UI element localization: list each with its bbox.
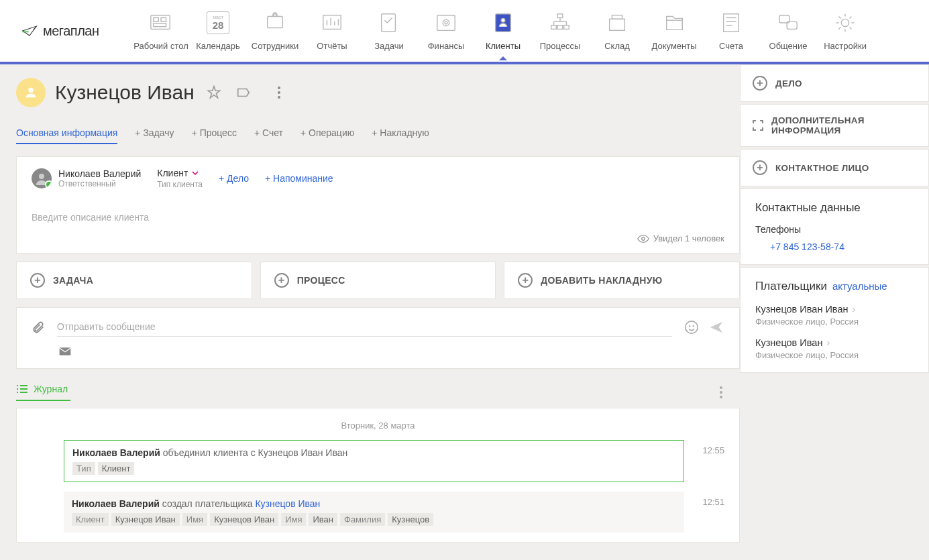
nav-icon [832, 11, 858, 34]
payers-filter[interactable]: актуальные [832, 280, 887, 292]
nav-клиенты[interactable]: Клиенты [475, 4, 532, 58]
journal-tab[interactable]: Журнал [16, 384, 70, 401]
svg-point-46 [720, 391, 722, 394]
log-bubble[interactable]: Николаев Валерий создал плательщика Кузн… [64, 492, 684, 533]
payers-heading: Плательщики [755, 280, 827, 293]
responsible-role: Ответственный [58, 179, 141, 188]
log-tag: Кузнецов [388, 513, 433, 526]
attach-icon[interactable] [32, 320, 45, 335]
tab-основная-информация[interactable]: Основная информация [16, 127, 117, 144]
svg-rect-18 [551, 25, 557, 30]
svg-rect-26 [612, 15, 622, 19]
nav-процессы[interactable]: Процессы [532, 4, 589, 58]
payer-item[interactable]: Кузнецов Иван ›Физическое лицо, Россия [755, 337, 914, 360]
nav-label: Финансы [428, 41, 465, 51]
svg-point-42 [689, 325, 690, 326]
nav-задачи[interactable]: Задачи [361, 4, 418, 58]
log-tag: Тип [72, 462, 95, 475]
nav-отчёты[interactable]: Отчёты [304, 4, 361, 58]
nav-icon [661, 11, 687, 34]
side-extra-info[interactable]: ДОПОЛНИТЕЛЬНАЯ ИНФОРМАЦИЯ [740, 104, 929, 147]
plus-icon: + [30, 273, 45, 288]
send-icon[interactable] [708, 320, 724, 335]
add-invoice-button[interactable]: +ДОБАВИТЬ НАКЛАДНУЮ [504, 262, 740, 299]
svg-rect-25 [610, 19, 625, 30]
svg-rect-15 [496, 14, 511, 32]
eye-icon [637, 235, 649, 243]
responsible-block[interactable]: Николаев Валерий Ответственный [32, 168, 141, 188]
svg-rect-2 [161, 17, 166, 21]
contact-data-section: Контактные данные Телефоны +7 845 123-58… [740, 188, 929, 265]
message-composer [16, 307, 740, 369]
tab--накладную[interactable]: + Накладную [372, 127, 429, 144]
nav-icon: март28 [205, 11, 231, 34]
nav-счета[interactable]: Счета [703, 4, 760, 58]
payer-meta: Физическое лицо, Россия [755, 350, 914, 360]
nav-icon [262, 11, 288, 34]
nav-общение[interactable]: Общение [760, 4, 817, 58]
nav-склад[interactable]: Склад [589, 4, 646, 58]
svg-point-43 [693, 325, 694, 326]
add-task-button[interactable]: +ЗАДАЧА [16, 262, 252, 299]
tabs-bar: Основная информация+ Задачу+ Процесс+ Сч… [16, 127, 740, 144]
add-reminder-link[interactable]: + Напоминание [265, 173, 333, 184]
svg-rect-20 [564, 25, 569, 30]
sidebar: +ДЕЛО ДОПОЛНИТЕЛЬНАЯ ИНФОРМАЦИЯ +КОНТАКТ… [740, 64, 929, 543]
svg-point-36 [278, 87, 280, 89]
add-deal-link[interactable]: + Дело [219, 173, 249, 184]
nav-финансы[interactable]: Финансы [418, 4, 475, 58]
nav-label: Общение [769, 41, 808, 51]
nav-label: Отчёты [317, 41, 347, 51]
phone-link[interactable]: +7 845 123-58-74 [755, 241, 914, 252]
responsible-name: Николаев Валерий [58, 168, 141, 179]
svg-point-34 [841, 19, 849, 26]
tab--операцию[interactable]: + Операцию [300, 127, 354, 144]
nav-label: Рабочий стол [133, 41, 188, 51]
svg-point-40 [641, 237, 645, 240]
nav-label: Документы [652, 41, 697, 51]
nav-сотрудники[interactable]: Сотрудники [247, 4, 304, 58]
side-add-contact[interactable]: +КОНТАКТНОЕ ЛИЦО [740, 149, 929, 186]
star-icon[interactable] [204, 82, 224, 103]
action-row: +ЗАДАЧА +ПРОЦЕСС +ДОБАВИТЬ НАКЛАДНУЮ [16, 262, 740, 299]
description-input[interactable]: Введите описание клиента [17, 200, 739, 233]
log-time: 12:51 [684, 492, 724, 533]
seen-by[interactable]: Увидел 1 человек [17, 233, 739, 253]
nav-рабочий-стол[interactable]: Рабочий стол [133, 4, 190, 58]
log-tag: Кузнецов Иван [210, 513, 278, 526]
add-process-button[interactable]: +ПРОЦЕСС [260, 262, 496, 299]
nav-label: Клиенты [486, 41, 521, 51]
logo[interactable]: мегаплан [20, 21, 99, 40]
side-add-deal[interactable]: +ДЕЛО [740, 64, 929, 102]
tab--процесс[interactable]: + Процесс [192, 127, 237, 144]
journal-more-icon[interactable] [717, 384, 725, 401]
emoji-icon[interactable] [684, 320, 699, 335]
plus-icon: + [753, 76, 767, 91]
svg-rect-1 [154, 17, 159, 21]
payer-item[interactable]: Кузнецов Иван Иван ›Физическое лицо, Рос… [755, 304, 914, 327]
tab--счет[interactable]: + Счет [254, 127, 283, 144]
tab--задачу[interactable]: + Задачу [135, 127, 174, 144]
dots-more-icon[interactable] [275, 84, 283, 101]
log-bubble[interactable]: Николаев Валерий объединил клиента с Куз… [64, 440, 684, 482]
nav-icon [718, 11, 744, 34]
nav-документы[interactable]: Документы [646, 4, 703, 58]
nav-настройки[interactable]: Настройки [817, 4, 874, 58]
message-input[interactable] [57, 317, 672, 337]
svg-rect-12 [437, 15, 455, 31]
log-tag: Клиент [98, 462, 135, 475]
svg-rect-44 [60, 347, 71, 355]
plus-icon: + [274, 273, 289, 288]
journal-body: Вторник, 28 марта Николаев Валерий объед… [16, 408, 740, 543]
nav-icon [775, 11, 801, 34]
svg-rect-4 [268, 17, 283, 28]
nav-календарь[interactable]: март28Календарь [190, 4, 247, 58]
nav-icon [433, 11, 459, 34]
svg-rect-17 [557, 14, 563, 18]
mail-icon[interactable] [58, 346, 72, 357]
svg-point-45 [720, 386, 722, 389]
svg-rect-11 [382, 14, 396, 32]
tag-icon[interactable] [233, 82, 254, 103]
client-type-block[interactable]: Клиент Тип клиента [157, 168, 203, 189]
journal-header: Журнал [16, 384, 740, 401]
